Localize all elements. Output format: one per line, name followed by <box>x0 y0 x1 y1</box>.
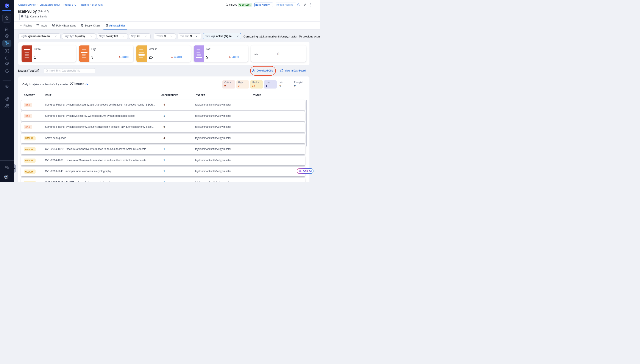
svg-text:?: ? <box>6 166 7 168</box>
